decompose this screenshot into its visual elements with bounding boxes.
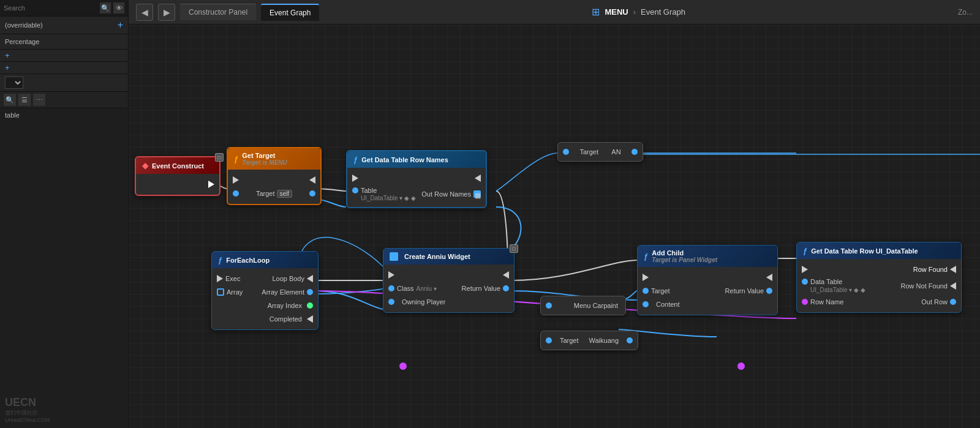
node-get-target-title: Get Target xyxy=(242,152,287,159)
node-add-child-exec-row xyxy=(638,271,777,284)
node-add-child-target-row: Target Return Value xyxy=(638,284,777,298)
exec-in-pin xyxy=(388,271,394,279)
node-event-construct-header: ◆ Event Construct xyxy=(136,157,219,174)
class-in-pin xyxy=(388,285,394,291)
node-get-data-table-row-header: ƒ Get Data Table Row UI_DataTable xyxy=(797,242,961,259)
zoom-label: Zo... xyxy=(958,8,973,17)
exec-in-pin xyxy=(802,266,808,273)
carpaint-pin xyxy=(546,302,552,309)
exec-out-pin xyxy=(208,181,214,188)
search-input[interactable] xyxy=(4,4,97,12)
exec-in-pin xyxy=(217,275,223,282)
node-menu-carpaint-row: Menu Carpaint xyxy=(541,299,625,312)
breadcrumb-separator: › xyxy=(633,7,636,17)
node-for-each-exec-row: Exec Loop Body xyxy=(212,272,318,285)
breadcrumb-child: Event Graph xyxy=(641,7,685,17)
connections-overlay xyxy=(129,24,980,428)
node-target-waikuang[interactable]: Target Waikuang xyxy=(540,331,638,350)
forward-button[interactable]: ▶ xyxy=(158,4,175,21)
node-add-child[interactable]: ƒ Add Child Target is Panel Widget Targe… xyxy=(637,245,778,315)
node-get-target-exec-row xyxy=(228,173,320,187)
out-row-pin xyxy=(950,299,956,305)
tab-constructor-panel[interactable]: Constructor Panel xyxy=(180,4,256,20)
node-for-each-index-row: Array Index xyxy=(212,299,318,312)
watermark-text: 虚幻中国社区 UnrealChina.COM xyxy=(5,409,50,423)
node-get-target-header: ƒ Get Target Target is MENU xyxy=(228,148,320,170)
array-in-pin xyxy=(217,288,224,296)
node-create-anniu-widget[interactable]: Create Anniu Widget Class Anniu ▾ Return… xyxy=(383,248,514,313)
node-get-data-table-row-names-title: Get Data Table Row Names xyxy=(361,156,448,163)
array-index-pin xyxy=(307,302,313,309)
add-btn-1[interactable]: + xyxy=(5,51,10,59)
target-waikuang-in xyxy=(546,337,552,344)
node-for-each-loop[interactable]: ƒ ForEachLoop Exec Loop Body Array xyxy=(211,251,318,330)
node-target-waikuang-row: Target Waikuang xyxy=(541,334,638,347)
overridable-label: (overridable) xyxy=(5,21,43,29)
node-target-an[interactable]: Target AN xyxy=(557,142,643,162)
exec-out-pin xyxy=(309,176,315,184)
loop-body-pin xyxy=(307,275,313,282)
content-in-pin xyxy=(643,301,649,307)
owning-player-pin xyxy=(388,299,394,305)
node-get-data-table-exec-row xyxy=(347,171,486,185)
node-get-data-table-row-names-header: ƒ Get Data Table Row Names xyxy=(347,151,486,168)
node-get-data-table-table-row: Table UI_DataTable ▾ ◆ ◆ Out Row Names ▦ xyxy=(347,185,486,203)
blueprint-canvas[interactable]: ◆ Event Construct □ ƒ Get Target Target … xyxy=(129,24,980,428)
exec-in-pin xyxy=(643,274,649,281)
node-get-data-table-row-names[interactable]: ƒ Get Data Table Row Names Table UI_Data… xyxy=(346,150,487,208)
node-get-data-table-row-exec-row: Row Found xyxy=(797,263,961,276)
node-create-anniu-player-row: Owning Player xyxy=(383,295,514,309)
search-btn[interactable]: 🔍 xyxy=(4,94,16,106)
row-found-pin xyxy=(950,266,956,273)
svg-point-0 xyxy=(399,362,407,370)
collapse-handle[interactable]: □ xyxy=(215,153,224,162)
back-button[interactable]: ◀ xyxy=(136,4,153,21)
data-table-in-pin xyxy=(802,279,808,285)
panel-select[interactable] xyxy=(5,77,23,89)
node-event-construct[interactable]: ◆ Event Construct □ xyxy=(135,156,221,196)
watermark-logo: UECN xyxy=(5,396,50,409)
tab-event-graph[interactable]: Event Graph xyxy=(261,4,319,21)
widget-icon xyxy=(390,252,398,261)
collapse-handle-create[interactable]: □ xyxy=(510,244,518,253)
panel-section-percentage: Percentage xyxy=(0,34,128,50)
node-create-anniu-header: Create Anniu Widget xyxy=(383,249,514,265)
exec-in-pin xyxy=(352,175,358,182)
exec-out-pin xyxy=(475,175,481,182)
row-not-found-pin xyxy=(950,282,956,290)
node-get-target[interactable]: ƒ Get Target Target is MENU Target self xyxy=(227,147,322,205)
node-for-each-loop-title: ForEachLoop xyxy=(226,257,270,264)
list-view-btn[interactable]: ☰ xyxy=(18,94,31,106)
node-get-data-table-row-rowname-row: Row Name Out Row xyxy=(797,295,961,309)
table-in-pin xyxy=(352,187,358,193)
watermark: UECN 虚幻中国社区 UnrealChina.COM xyxy=(5,396,50,423)
exec-out-pin xyxy=(766,274,772,281)
node-event-construct-title: Event Construct xyxy=(152,162,204,170)
completed-pin xyxy=(307,315,313,323)
table-label: table xyxy=(5,111,20,119)
search-icon-button[interactable]: 🔍 xyxy=(100,2,111,13)
bottom-toolbar: 🔍 ☰ ⋯ xyxy=(0,92,128,108)
node-menu-carpaint[interactable]: Menu Carpaint xyxy=(540,296,626,315)
target-in-pin xyxy=(233,190,239,197)
menu-icon: ⊞ xyxy=(592,6,600,18)
filter-icon-button[interactable]: 👁 xyxy=(113,2,124,13)
node-get-target-subtitle: Target is MENU xyxy=(242,159,287,166)
return-value-pin xyxy=(766,288,772,294)
node-add-child-title: Add Child xyxy=(652,249,717,257)
node-get-target-target-row: Target self xyxy=(228,187,320,200)
node-get-data-table-row[interactable]: ƒ Get Data Table Row UI_DataTable Row Fo… xyxy=(796,242,962,313)
node-event-construct-exec-out xyxy=(136,178,219,191)
node-create-anniu-title: Create Anniu Widget xyxy=(404,253,470,260)
node-add-child-content-row: Content xyxy=(638,298,777,311)
left-panel: 🔍 👁 (overridable) + Percentage + + 🔍 ☰ ⋯… xyxy=(0,0,129,428)
percentage-label: Percentage xyxy=(5,38,39,45)
target-in-pin xyxy=(563,149,569,155)
add-btn-2[interactable]: + xyxy=(5,64,10,72)
exec-in-pin xyxy=(233,176,239,184)
breadcrumb-area: ⊞ MENU › Event Graph xyxy=(324,6,953,18)
panel-section-overridable: (overridable) + xyxy=(0,17,128,34)
add-overridable-button[interactable]: + xyxy=(118,20,123,30)
top-bar: ◀ ▶ Constructor Panel Event Graph ⊞ MENU… xyxy=(129,0,980,24)
options-btn[interactable]: ⋯ xyxy=(33,94,45,106)
